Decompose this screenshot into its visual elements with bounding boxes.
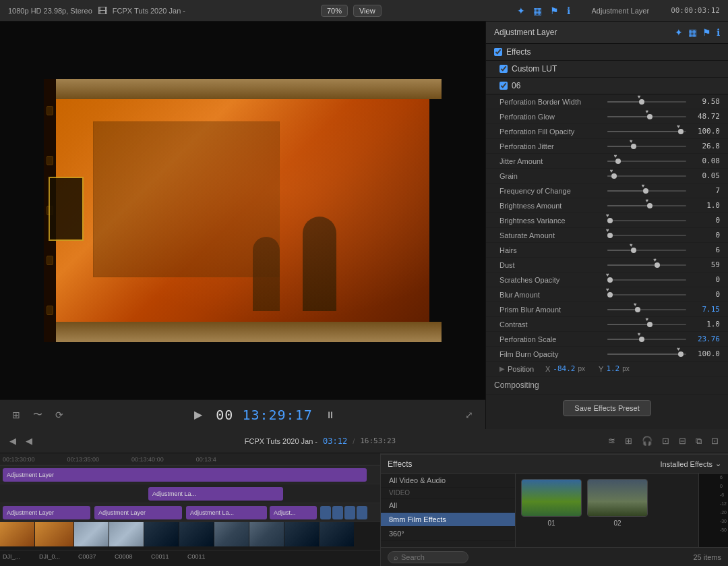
pause-button[interactable]: ⏸ xyxy=(321,405,340,424)
inspector-info-icon[interactable]: ℹ xyxy=(567,5,570,16)
adj-layer-clip-3[interactable]: Adjustment Layer xyxy=(3,506,90,519)
slider-thumb-10[interactable] xyxy=(631,248,636,253)
adj-layer-clip-10[interactable] xyxy=(357,506,367,519)
adj-layer-clip-6[interactable]: Adjust... xyxy=(270,506,317,519)
param-value-10[interactable]: 6 xyxy=(686,246,720,254)
pip-btn[interactable]: ⊡ xyxy=(708,434,721,447)
installed-effects-button[interactable]: Installed Effects ⌄ xyxy=(661,459,721,468)
param-value-2[interactable]: 100.0 xyxy=(686,127,720,136)
06-checkbox[interactable] xyxy=(499,82,508,90)
adj-layer-clip-1[interactable]: Adjustment Layer xyxy=(3,468,367,482)
play-button[interactable]: ▶ xyxy=(189,405,208,424)
adj-layer-clip-5[interactable]: Adjustment La... xyxy=(186,506,267,519)
slider-thumb-5[interactable] xyxy=(611,173,617,179)
effects-cat-all-video[interactable]: All Video & Audio xyxy=(381,474,515,488)
slider-track-13[interactable] xyxy=(607,294,686,295)
search-box[interactable]: ⌕ xyxy=(388,551,468,563)
slider-track-3[interactable] xyxy=(607,146,686,147)
param-value-1[interactable]: 48.72 xyxy=(686,112,720,121)
mute-btn[interactable]: ⊡ xyxy=(659,434,672,447)
slider-track-7[interactable] xyxy=(607,205,686,206)
thumb-4[interactable] xyxy=(109,522,144,546)
param-value-0[interactable]: 9.58 xyxy=(686,97,720,106)
thumb-5[interactable] xyxy=(144,522,179,546)
slider-thumb-15[interactable] xyxy=(647,322,653,327)
slider-thumb-1[interactable] xyxy=(647,114,653,119)
slider-track-9[interactable] xyxy=(607,235,686,236)
search-input[interactable] xyxy=(401,553,455,561)
param-value-12[interactable]: 0 xyxy=(686,275,720,284)
thumb-9[interactable] xyxy=(284,522,320,546)
param-value-16[interactable]: 23.76 xyxy=(686,335,720,343)
param-value-7[interactable]: 1.0 xyxy=(686,201,720,210)
position-arrow-icon[interactable]: ▶ xyxy=(499,365,505,372)
slider-track-2[interactable] xyxy=(607,131,686,132)
settings-btn[interactable]: ⟳ xyxy=(51,407,67,423)
layout-btn2[interactable]: ⧉ xyxy=(693,434,704,448)
slider-thumb-13[interactable] xyxy=(607,292,613,298)
adj-layer-clip-4[interactable]: Adjustment Layer xyxy=(94,506,182,519)
x-value[interactable]: -84.2 xyxy=(553,364,575,373)
param-value-17[interactable]: 100.0 xyxy=(686,349,720,358)
adj-layer-clip-2[interactable]: Adjustment La... xyxy=(148,487,283,501)
slider-track-11[interactable] xyxy=(607,264,686,266)
slider-track-16[interactable] xyxy=(607,339,686,340)
slider-thumb-2[interactable] xyxy=(678,129,684,134)
inspector-film-icon[interactable]: ▦ xyxy=(533,5,542,16)
adj-layer-clip-9[interactable] xyxy=(344,506,355,519)
param-value-4[interactable]: 0.08 xyxy=(686,157,720,165)
slider-thumb-11[interactable] xyxy=(655,262,660,268)
slider-track-1[interactable] xyxy=(607,116,686,117)
slider-track-10[interactable] xyxy=(607,250,686,251)
effects-cat-360[interactable]: 360° xyxy=(381,527,515,541)
slider-track-15[interactable] xyxy=(607,324,686,325)
slider-track-8[interactable] xyxy=(607,220,686,221)
waveform-btn[interactable]: ≋ xyxy=(605,434,618,447)
effect-card-02[interactable]: 02 xyxy=(587,479,648,527)
audio-btn[interactable]: 〜 xyxy=(30,407,46,423)
slider-thumb-6[interactable] xyxy=(643,188,648,194)
info-icon[interactable]: ℹ xyxy=(717,27,720,38)
slider-thumb-17[interactable] xyxy=(678,351,684,357)
save-preset-button[interactable]: Save Effects Preset xyxy=(563,400,650,416)
slider-thumb-9[interactable] xyxy=(607,233,613,238)
param-value-9[interactable]: 0 xyxy=(686,231,720,239)
effects-cat-8mm[interactable]: 8mm Film Effects xyxy=(381,513,515,527)
inspector-flag-icon[interactable]: ⚑ xyxy=(550,5,559,16)
param-value-3[interactable]: 26.8 xyxy=(686,142,720,150)
slider-thumb-0[interactable] xyxy=(639,99,644,105)
slider-thumb-14[interactable] xyxy=(635,307,640,312)
solo-btn[interactable]: ⊟ xyxy=(676,434,689,447)
next-btn[interactable]: ◀ xyxy=(23,434,35,447)
prev-btn[interactable]: ◀ xyxy=(7,434,19,447)
thumb-7[interactable] xyxy=(214,522,249,546)
adj-layer-clip-8[interactable] xyxy=(332,506,343,519)
slider-thumb-3[interactable] xyxy=(631,144,636,149)
headphones-icon[interactable]: 🎧 xyxy=(639,434,655,447)
slider-thumb-8[interactable] xyxy=(607,218,613,223)
thumb-3[interactable] xyxy=(74,522,109,546)
param-value-13[interactable]: 0 xyxy=(686,290,720,299)
slider-thumb-4[interactable] xyxy=(615,159,621,164)
slider-track-14[interactable] xyxy=(607,309,686,310)
film-strip-icon[interactable]: ▦ xyxy=(688,27,697,38)
flag-icon[interactable]: ⚑ xyxy=(702,27,711,38)
06-section-header[interactable]: 06 xyxy=(486,78,728,94)
slider-track-0[interactable] xyxy=(607,101,686,103)
effects-cat-all[interactable]: All xyxy=(381,499,515,513)
thumb-1[interactable] xyxy=(0,522,35,546)
param-value-5[interactable]: 0.05 xyxy=(686,171,720,180)
param-value-15[interactable]: 1.0 xyxy=(686,320,720,329)
thumb-8[interactable] xyxy=(249,522,284,546)
param-value-8[interactable]: 0 xyxy=(686,216,720,225)
slider-thumb-16[interactable] xyxy=(639,337,644,342)
slider-track-5[interactable] xyxy=(607,175,686,177)
thumb-6[interactable] xyxy=(179,522,214,546)
clip-btn[interactable]: ⊞ xyxy=(622,434,635,447)
param-value-6[interactable]: 7 xyxy=(686,186,720,195)
thumb-10[interactable] xyxy=(320,522,355,546)
param-value-14[interactable]: 7.15 xyxy=(686,305,720,314)
slider-track-17[interactable] xyxy=(607,353,686,355)
inspector-wand-icon[interactable]: ✦ xyxy=(517,5,525,16)
view-button[interactable]: View xyxy=(353,5,382,17)
